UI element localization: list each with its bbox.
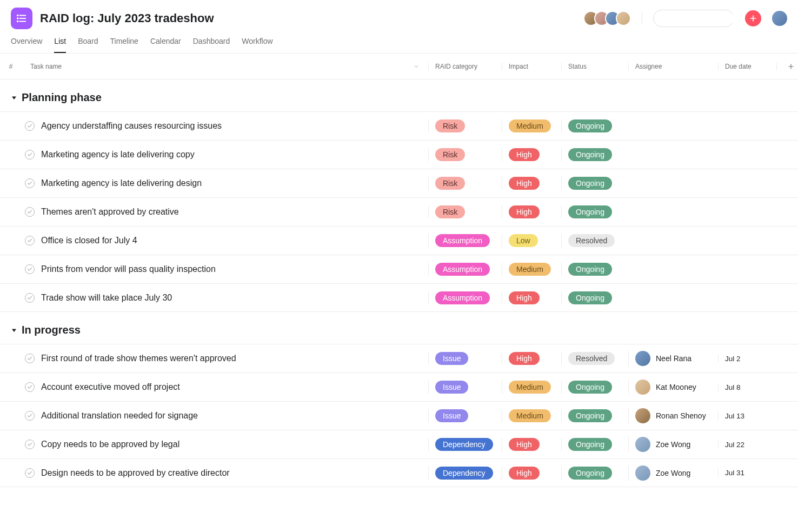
cell-status[interactable]: Ongoing	[561, 205, 628, 218]
cell-due[interactable]: Jul 13	[718, 412, 776, 420]
search-input[interactable]	[664, 15, 755, 23]
cell-impact[interactable]: High	[502, 177, 561, 190]
cell-assignee[interactable]: Neel Rana	[628, 351, 718, 366]
task-name[interactable]: Copy needs to be approved by legal	[41, 440, 428, 449]
cell-status[interactable]: Ongoing	[561, 177, 628, 190]
complete-checkbox[interactable]	[25, 440, 35, 449]
cell-status[interactable]: Ongoing	[561, 291, 628, 304]
cell-assignee[interactable]: Ronan Shenoy	[628, 408, 718, 423]
cell-status[interactable]: Ongoing	[561, 119, 628, 132]
column-add[interactable]	[776, 63, 798, 70]
cell-raid[interactable]: Dependency	[428, 467, 502, 480]
task-name[interactable]: Additional translation needed for signag…	[41, 411, 428, 421]
cell-raid[interactable]: Dependency	[428, 438, 502, 451]
cell-status[interactable]: Ongoing	[561, 381, 628, 394]
cell-due[interactable]: Jul 8	[718, 383, 776, 391]
task-row[interactable]: Marketing agency is late delivering copy…	[0, 140, 798, 169]
complete-checkbox[interactable]	[25, 150, 35, 159]
complete-checkbox[interactable]	[25, 121, 35, 131]
complete-checkbox[interactable]	[25, 236, 35, 245]
search-box[interactable]	[653, 10, 734, 27]
cell-status[interactable]: Ongoing	[561, 438, 628, 451]
task-row[interactable]: Agency understaffing causes resourcing i…	[0, 111, 798, 140]
task-row[interactable]: Marketing agency is late delivering desi…	[0, 169, 798, 197]
cell-raid[interactable]: Risk	[428, 205, 502, 218]
tab-timeline[interactable]: Timeline	[110, 37, 138, 53]
task-row[interactable]: Themes aren't approved by creativeRiskHi…	[0, 197, 798, 226]
user-avatar[interactable]	[772, 11, 787, 26]
assignee-cell[interactable]: Zoe Wong	[635, 437, 690, 452]
complete-checkbox[interactable]	[25, 354, 35, 363]
cell-impact[interactable]: Medium	[502, 263, 561, 276]
cell-due[interactable]: Jul 22	[718, 441, 776, 449]
cell-impact[interactable]: Medium	[502, 409, 561, 422]
assignee-cell[interactable]: Zoe Wong	[635, 466, 690, 481]
task-name[interactable]: Prints from vendor will pass quality ins…	[41, 264, 428, 274]
task-name[interactable]: Marketing agency is late delivering copy	[41, 150, 428, 159]
cell-status[interactable]: Ongoing	[561, 409, 628, 422]
task-name[interactable]: Themes aren't approved by creative	[41, 207, 428, 217]
cell-status[interactable]: Resolved	[561, 234, 628, 247]
cell-assignee[interactable]: Kat Mooney	[628, 380, 718, 395]
task-row[interactable]: Copy needs to be approved by legalDepend…	[0, 430, 798, 458]
section-header[interactable]: In progress	[0, 312, 798, 344]
cell-raid[interactable]: Issue	[428, 352, 502, 365]
tab-dashboard[interactable]: Dashboard	[193, 37, 230, 53]
task-row[interactable]: Trade show will take place July 30Assump…	[0, 283, 798, 312]
cell-raid[interactable]: Issue	[428, 381, 502, 394]
column-task-name[interactable]: Task name	[22, 63, 428, 70]
cell-impact[interactable]: High	[502, 467, 561, 480]
cell-impact[interactable]: High	[502, 352, 561, 365]
cell-due[interactable]: Jul 2	[718, 355, 776, 363]
cell-raid[interactable]: Issue	[428, 409, 502, 422]
complete-checkbox[interactable]	[25, 207, 35, 217]
assignee-cell[interactable]: Ronan Shenoy	[635, 408, 706, 423]
task-name[interactable]: Marketing agency is late delivering desi…	[41, 178, 428, 188]
column-due[interactable]: Due date	[718, 63, 776, 70]
cell-assignee[interactable]: Zoe Wong	[628, 466, 718, 481]
member-stack[interactable]	[583, 11, 631, 26]
cell-status[interactable]: Resolved	[561, 352, 628, 365]
cell-impact[interactable]: High	[502, 291, 561, 304]
cell-impact[interactable]: High	[502, 205, 561, 218]
task-name[interactable]: Office is closed for July 4	[41, 236, 428, 245]
column-assignee[interactable]: Assignee	[628, 63, 718, 70]
task-row[interactable]: Additional translation needed for signag…	[0, 401, 798, 430]
cell-impact[interactable]: Medium	[502, 119, 561, 132]
task-name[interactable]: Account executive moved off project	[41, 382, 428, 392]
complete-checkbox[interactable]	[25, 411, 35, 421]
tab-overview[interactable]: Overview	[11, 37, 42, 53]
cell-status[interactable]: Ongoing	[561, 148, 628, 161]
complete-checkbox[interactable]	[25, 468, 35, 478]
task-name[interactable]: Trade show will take place July 30	[41, 293, 428, 303]
column-status[interactable]: Status	[561, 63, 628, 70]
task-row[interactable]: Office is closed for July 4AssumptionLow…	[0, 226, 798, 255]
cell-status[interactable]: Ongoing	[561, 263, 628, 276]
project-title[interactable]: RAID log: July 2023 tradeshow	[40, 11, 214, 25]
chevron-down-icon[interactable]	[413, 63, 420, 70]
section-header[interactable]: Planning phase	[0, 79, 798, 111]
complete-checkbox[interactable]	[25, 293, 35, 303]
assignee-cell[interactable]: Neel Rana	[635, 351, 691, 366]
cell-raid[interactable]: Assumption	[428, 234, 502, 247]
cell-raid[interactable]: Assumption	[428, 263, 502, 276]
complete-checkbox[interactable]	[25, 382, 35, 392]
cell-due[interactable]: Jul 31	[718, 469, 776, 477]
task-row[interactable]: First round of trade show themes weren't…	[0, 344, 798, 373]
tab-list[interactable]: List	[54, 37, 66, 53]
cell-raid[interactable]: Assumption	[428, 291, 502, 304]
complete-checkbox[interactable]	[25, 264, 35, 274]
task-name[interactable]: First round of trade show themes weren't…	[41, 354, 428, 363]
task-row[interactable]: Prints from vendor will pass quality ins…	[0, 255, 798, 283]
tab-workflow[interactable]: Workflow	[242, 37, 272, 53]
task-name[interactable]: Agency understaffing causes resourcing i…	[41, 121, 428, 131]
tab-calendar[interactable]: Calendar	[150, 37, 181, 53]
add-button[interactable]	[745, 10, 761, 26]
task-row[interactable]: Design needs to be approved by creative …	[0, 458, 798, 487]
cell-status[interactable]: Ongoing	[561, 467, 628, 480]
task-row[interactable]: Account executive moved off projectIssue…	[0, 373, 798, 401]
complete-checkbox[interactable]	[25, 178, 35, 188]
cell-impact[interactable]: High	[502, 148, 561, 161]
cell-raid[interactable]: Risk	[428, 148, 502, 161]
task-name[interactable]: Design needs to be approved by creative …	[41, 468, 428, 478]
